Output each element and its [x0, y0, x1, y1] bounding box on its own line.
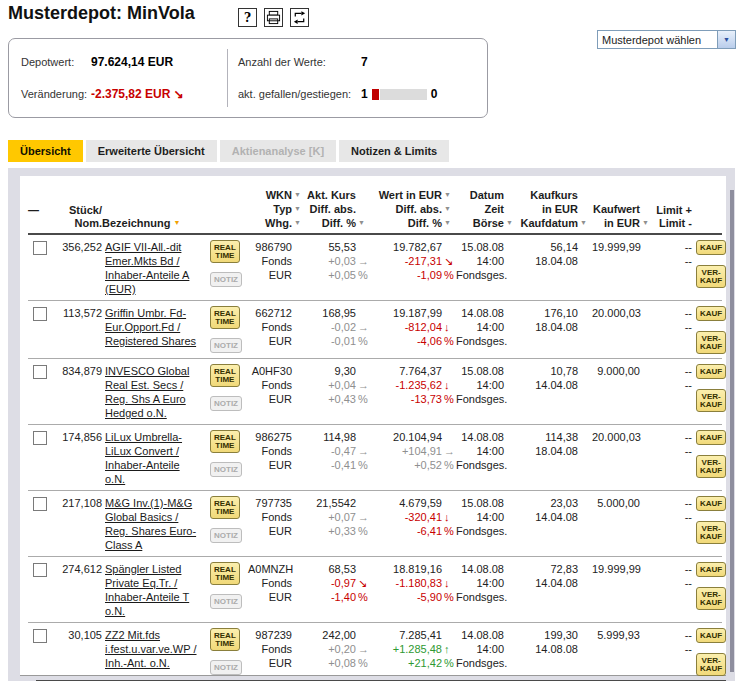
value-text: -0,47: [331, 445, 356, 457]
value-text: 5.999,93: [597, 629, 640, 641]
row-checkbox[interactable]: [33, 241, 47, 255]
verkauf-button[interactable]: VER-KAUF: [696, 653, 726, 676]
kauf-button[interactable]: KAUF: [696, 628, 726, 643]
trend-arrow-icon: ↓: [444, 576, 456, 590]
kauf-button[interactable]: KAUF: [696, 430, 726, 445]
notiz-button-label: NOTIZ: [214, 342, 238, 350]
trend-arrow-icon: →: [358, 378, 370, 392]
realtime-button[interactable]: REALTIME: [210, 240, 240, 263]
tab-notizen-limits[interactable]: Notizen & Limits: [339, 140, 449, 162]
column-header-wkn[interactable]: WKN▼: [248, 188, 306, 202]
tab-bar: ÜbersichtErweiterte ÜbersichtAktienanaly…: [8, 140, 449, 162]
kaufkurs-value: 114,38: [518, 430, 592, 444]
kauf-button[interactable]: KAUF: [696, 240, 726, 255]
value-text: Fonds: [261, 321, 292, 333]
refresh-button[interactable]: [290, 8, 309, 27]
row-checkbox[interactable]: [33, 497, 47, 511]
column-header-diff-%[interactable]: Diff. %▼: [306, 216, 370, 230]
fund-link[interactable]: Spängler Listed Private Eq.Tr. / Inhaber…: [105, 562, 201, 618]
verkauf-button[interactable]: VER-KAUF: [696, 331, 726, 354]
depot-select[interactable]: Musterdepot wählen ▼: [597, 30, 736, 49]
column-header-kaufdatum[interactable]: Kaufdatum▼: [518, 216, 592, 230]
percent-suffix: %: [444, 458, 456, 472]
fund-link[interactable]: Griffin Umbr. Fd-Eur.Opport.Fd / Registe…: [105, 306, 201, 348]
cell-kaufwert: 19.999,99: [592, 562, 654, 618]
value-text: 14:00: [476, 321, 504, 333]
fund-link[interactable]: LiLux Umbrella-LiLux Convert / Inhaber-A…: [105, 430, 201, 486]
kauf-button[interactable]: KAUF: [696, 364, 726, 379]
value-text: +1.285,48: [393, 643, 442, 655]
column-header-label: Diff. %: [322, 217, 356, 229]
fund-link[interactable]: AGIF VII-All.-dit Emer.Mkts Bd / Inhaber…: [105, 240, 201, 296]
realtime-button[interactable]: REALTIME: [210, 496, 240, 519]
value-text: 15.08.08: [461, 241, 504, 253]
column-header-in-eur[interactable]: in EUR▼: [592, 216, 654, 230]
cell-info-buttons: REALTIMENOTIZ: [206, 364, 248, 420]
wert-value: 20.104,94: [370, 430, 456, 444]
realtime-button[interactable]: REALTIME: [210, 562, 240, 585]
notiz-button[interactable]: NOTIZ: [210, 594, 242, 609]
content-panel: — Stück/Nom.Bezeichnung▼WKN▼Typ▼Whg.▼Akt…: [8, 168, 735, 681]
notiz-button[interactable]: NOTIZ: [210, 660, 242, 675]
suffix-spacer: [294, 524, 306, 538]
row-checkbox[interactable]: [33, 365, 47, 379]
row-checkbox[interactable]: [33, 563, 47, 577]
fund-link[interactable]: INVESCO Global Real Est. Secs / Reg. Shs…: [105, 364, 201, 420]
row-checkbox[interactable]: [33, 307, 47, 321]
notiz-button[interactable]: NOTIZ: [210, 396, 242, 411]
column-header-typ[interactable]: Typ▼: [248, 202, 306, 216]
tab-erweiterte-übersicht[interactable]: Erweiterte Übersicht: [86, 140, 217, 162]
cell-wkn: A0HF30 Fonds EUR: [248, 364, 306, 420]
typ-value: Fonds: [248, 320, 306, 334]
verkauf-button[interactable]: VER-KAUF: [696, 587, 726, 610]
verkauf-button[interactable]: VER-KAUF: [696, 389, 726, 412]
column-header-whg[interactable]: Whg.▼: [248, 216, 306, 230]
row-checkbox[interactable]: [33, 629, 47, 643]
whg-value: EUR: [248, 656, 306, 670]
realtime-button[interactable]: REALTIME: [210, 430, 240, 453]
kauf-button[interactable]: KAUF: [696, 496, 726, 511]
datum-value: 14.08.08: [456, 430, 518, 444]
help-button[interactable]: ?: [238, 8, 257, 27]
notiz-button[interactable]: NOTIZ: [210, 462, 242, 477]
column-header-diff-abs[interactable]: Diff. abs.▼: [370, 202, 456, 216]
realtime-button[interactable]: REALTIME: [210, 306, 240, 329]
fund-link[interactable]: ZZ2 Mit.fds i.fest.u.var.ve.WP / Inh.-An…: [105, 628, 201, 670]
fund-link[interactable]: M&G Inv.(1)-M&G Global Basics / Reg. Sha…: [105, 496, 201, 552]
kauf-button-label: KAUF: [700, 310, 722, 318]
scrollbar-thumb[interactable]: [730, 190, 734, 672]
cell-kaufwert: 20.000,03: [592, 306, 654, 354]
value-text: +0,20: [328, 643, 356, 655]
trend-down-icon: ↘: [174, 87, 184, 101]
realtime-button[interactable]: REALTIME: [210, 628, 240, 651]
row-checkbox[interactable]: [33, 431, 47, 445]
value-text: 987239: [255, 629, 292, 641]
realtime-button[interactable]: REALTIME: [210, 364, 240, 387]
notiz-button[interactable]: NOTIZ: [210, 528, 242, 543]
kaufwert-value: 20.000,03: [592, 430, 654, 444]
value-text: 986790: [255, 241, 292, 253]
tab-übersicht[interactable]: Übersicht: [8, 140, 83, 162]
sort-arrow-icon: ▼: [294, 188, 306, 201]
cell-stueck: 356,252: [52, 240, 102, 296]
column-header-nom: Nom.: [52, 217, 102, 230]
suffix-spacer: [506, 306, 518, 320]
percent-suffix: %: [444, 524, 456, 538]
verkauf-button[interactable]: VER-KAUF: [696, 521, 726, 544]
verkauf-button[interactable]: VER-KAUF: [696, 265, 726, 288]
value-text: +0,07: [328, 511, 356, 523]
column-header-diff-%[interactable]: Diff. %▼: [370, 216, 456, 230]
column-header-börse[interactable]: Börse▼: [456, 216, 518, 230]
column-header-bezeichnung[interactable]: Bezeichnung▼: [102, 216, 206, 230]
column-header-wert-in-eur[interactable]: Wert in EUR▼: [370, 188, 456, 202]
verkauf-button[interactable]: VER-KAUF: [696, 455, 726, 478]
notiz-button[interactable]: NOTIZ: [210, 272, 242, 287]
kauf-button[interactable]: KAUF: [696, 306, 726, 321]
kauf-button[interactable]: KAUF: [696, 562, 726, 577]
notiz-button[interactable]: NOTIZ: [210, 338, 242, 353]
limit-minus-value: --: [654, 444, 692, 458]
value-text: 114,98: [323, 431, 356, 443]
cell-wkn: 986790 Fonds EUR: [248, 240, 306, 296]
print-button[interactable]: [264, 8, 283, 27]
cell-stueck: 217,108: [52, 496, 102, 552]
